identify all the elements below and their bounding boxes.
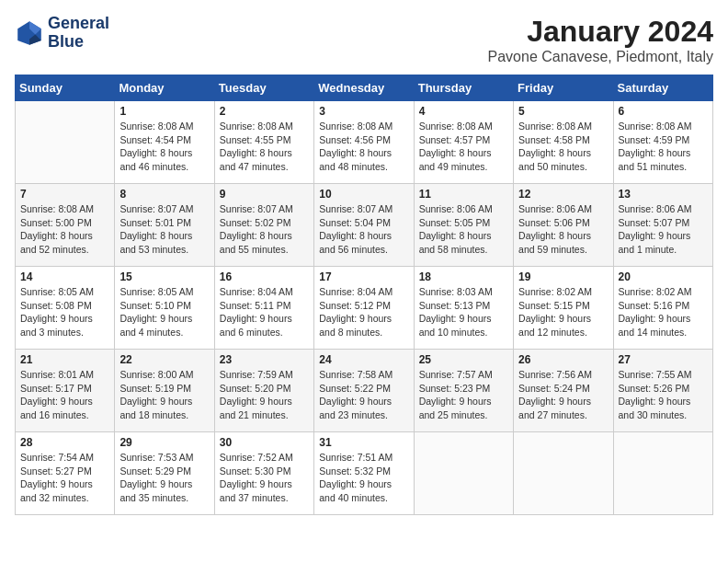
- calendar-cell: [514, 432, 613, 515]
- calendar-cell: 11Sunrise: 8:06 AM Sunset: 5:05 PM Dayli…: [414, 184, 513, 267]
- day-info: Sunrise: 7:59 AM Sunset: 5:20 PM Dayligh…: [220, 368, 309, 422]
- calendar-cell: [414, 432, 513, 515]
- day-number: 21: [20, 353, 109, 366]
- weekday-header-sunday: Sunday: [16, 75, 115, 101]
- day-number: 15: [119, 270, 209, 283]
- day-info: Sunrise: 8:01 AM Sunset: 5:17 PM Dayligh…: [20, 368, 109, 422]
- day-info: Sunrise: 8:07 AM Sunset: 5:01 PM Dayligh…: [119, 202, 209, 257]
- day-number: 3: [319, 105, 408, 118]
- day-number: 31: [319, 436, 408, 449]
- calendar-cell: 26Sunrise: 7:56 AM Sunset: 5:24 PM Dayli…: [514, 350, 613, 432]
- weekday-header-tuesday: Tuesday: [214, 75, 313, 101]
- day-number: 18: [419, 270, 508, 283]
- day-number: 12: [518, 188, 608, 201]
- day-number: 4: [419, 105, 508, 118]
- day-number: 7: [20, 188, 109, 201]
- calendar-cell: 22Sunrise: 8:00 AM Sunset: 5:19 PM Dayli…: [115, 350, 214, 432]
- weekday-header-friday: Friday: [514, 75, 613, 101]
- calendar-week-2: 7Sunrise: 8:08 AM Sunset: 5:00 PM Daylig…: [16, 184, 713, 267]
- day-info: Sunrise: 7:56 AM Sunset: 5:24 PM Dayligh…: [518, 368, 608, 422]
- calendar-cell: 7Sunrise: 8:08 AM Sunset: 5:00 PM Daylig…: [16, 184, 115, 267]
- calendar-cell: [16, 101, 115, 184]
- day-info: Sunrise: 8:02 AM Sunset: 5:15 PM Dayligh…: [518, 285, 608, 339]
- day-number: 10: [319, 188, 408, 201]
- day-number: 1: [119, 105, 209, 118]
- calendar-cell: 13Sunrise: 8:06 AM Sunset: 5:07 PM Dayli…: [613, 184, 712, 267]
- month-year: January 2024: [488, 15, 713, 49]
- calendar-cell: 28Sunrise: 7:54 AM Sunset: 5:27 PM Dayli…: [16, 432, 115, 515]
- calendar-cell: 16Sunrise: 8:04 AM Sunset: 5:11 PM Dayli…: [214, 267, 313, 350]
- calendar-cell: 29Sunrise: 7:53 AM Sunset: 5:29 PM Dayli…: [115, 432, 214, 515]
- day-number: 25: [419, 353, 508, 366]
- calendar-cell: 2Sunrise: 8:08 AM Sunset: 4:55 PM Daylig…: [214, 101, 313, 184]
- day-info: Sunrise: 8:05 AM Sunset: 5:10 PM Dayligh…: [119, 285, 209, 339]
- day-info: Sunrise: 7:57 AM Sunset: 5:23 PM Dayligh…: [419, 368, 508, 422]
- logo-icon: [15, 18, 44, 48]
- logo-text: General Blue: [48, 15, 109, 52]
- day-info: Sunrise: 8:07 AM Sunset: 5:04 PM Dayligh…: [319, 202, 408, 257]
- day-info: Sunrise: 7:51 AM Sunset: 5:32 PM Dayligh…: [319, 451, 408, 505]
- calendar-week-5: 28Sunrise: 7:54 AM Sunset: 5:27 PM Dayli…: [16, 432, 713, 515]
- calendar-week-3: 14Sunrise: 8:05 AM Sunset: 5:08 PM Dayli…: [16, 267, 713, 350]
- day-number: 19: [518, 270, 608, 283]
- day-info: Sunrise: 7:52 AM Sunset: 5:30 PM Dayligh…: [220, 451, 309, 505]
- calendar-cell: 10Sunrise: 8:07 AM Sunset: 5:04 PM Dayli…: [314, 184, 414, 267]
- calendar-cell: 4Sunrise: 8:08 AM Sunset: 4:57 PM Daylig…: [414, 101, 513, 184]
- day-info: Sunrise: 8:00 AM Sunset: 5:19 PM Dayligh…: [119, 368, 209, 422]
- day-number: 14: [20, 270, 109, 283]
- day-info: Sunrise: 8:08 AM Sunset: 5:00 PM Dayligh…: [20, 202, 109, 257]
- calendar-cell: 25Sunrise: 7:57 AM Sunset: 5:23 PM Dayli…: [414, 350, 513, 432]
- location: Pavone Canavese, Piedmont, Italy: [488, 49, 713, 65]
- calendar-cell: 18Sunrise: 8:03 AM Sunset: 5:13 PM Dayli…: [414, 267, 513, 350]
- calendar-cell: 30Sunrise: 7:52 AM Sunset: 5:30 PM Dayli…: [214, 432, 313, 515]
- day-number: 2: [220, 105, 309, 118]
- calendar-cell: 21Sunrise: 8:01 AM Sunset: 5:17 PM Dayli…: [16, 350, 115, 432]
- calendar-cell: 31Sunrise: 7:51 AM Sunset: 5:32 PM Dayli…: [314, 432, 414, 515]
- day-info: Sunrise: 7:55 AM Sunset: 5:26 PM Dayligh…: [619, 368, 708, 422]
- day-number: 6: [619, 105, 708, 118]
- weekday-header-saturday: Saturday: [613, 75, 712, 101]
- day-number: 9: [220, 188, 309, 201]
- calendar-cell: 3Sunrise: 8:08 AM Sunset: 4:56 PM Daylig…: [314, 101, 414, 184]
- day-info: Sunrise: 8:04 AM Sunset: 5:12 PM Dayligh…: [319, 285, 408, 339]
- calendar-cell: 5Sunrise: 8:08 AM Sunset: 4:58 PM Daylig…: [514, 101, 613, 184]
- calendar-cell: 27Sunrise: 7:55 AM Sunset: 5:26 PM Dayli…: [613, 350, 712, 432]
- day-number: 8: [119, 188, 209, 201]
- calendar-cell: 6Sunrise: 8:08 AM Sunset: 4:59 PM Daylig…: [613, 101, 712, 184]
- day-number: 27: [619, 353, 708, 366]
- title-block: January 2024 Pavone Canavese, Piedmont, …: [488, 15, 713, 65]
- weekday-header-row: SundayMondayTuesdayWednesdayThursdayFrid…: [16, 75, 713, 101]
- day-number: 30: [220, 436, 309, 449]
- day-number: 22: [119, 353, 209, 366]
- day-info: Sunrise: 7:58 AM Sunset: 5:22 PM Dayligh…: [319, 368, 408, 422]
- logo: General Blue: [15, 15, 109, 52]
- day-info: Sunrise: 8:06 AM Sunset: 5:06 PM Dayligh…: [518, 202, 608, 257]
- calendar-cell: 12Sunrise: 8:06 AM Sunset: 5:06 PM Dayli…: [514, 184, 613, 267]
- calendar-cell: 17Sunrise: 8:04 AM Sunset: 5:12 PM Dayli…: [314, 267, 414, 350]
- calendar-cell: 1Sunrise: 8:08 AM Sunset: 4:54 PM Daylig…: [115, 101, 214, 184]
- day-number: 23: [220, 353, 309, 366]
- day-info: Sunrise: 8:08 AM Sunset: 4:59 PM Dayligh…: [619, 120, 708, 174]
- day-number: 28: [20, 436, 109, 449]
- day-number: 24: [319, 353, 408, 366]
- day-info: Sunrise: 8:06 AM Sunset: 5:07 PM Dayligh…: [619, 202, 708, 257]
- day-info: Sunrise: 8:06 AM Sunset: 5:05 PM Dayligh…: [419, 202, 508, 257]
- weekday-header-monday: Monday: [115, 75, 214, 101]
- calendar-week-1: 1Sunrise: 8:08 AM Sunset: 4:54 PM Daylig…: [16, 101, 713, 184]
- day-number: 17: [319, 270, 408, 283]
- day-number: 13: [619, 188, 708, 201]
- day-number: 26: [518, 353, 608, 366]
- day-info: Sunrise: 8:08 AM Sunset: 4:55 PM Dayligh…: [220, 120, 309, 174]
- calendar-cell: 24Sunrise: 7:58 AM Sunset: 5:22 PM Dayli…: [314, 350, 414, 432]
- day-info: Sunrise: 8:08 AM Sunset: 4:54 PM Dayligh…: [119, 120, 209, 174]
- weekday-header-thursday: Thursday: [414, 75, 513, 101]
- day-info: Sunrise: 8:07 AM Sunset: 5:02 PM Dayligh…: [220, 202, 309, 257]
- calendar-cell: 9Sunrise: 8:07 AM Sunset: 5:02 PM Daylig…: [214, 184, 313, 267]
- day-info: Sunrise: 8:05 AM Sunset: 5:08 PM Dayligh…: [20, 285, 109, 339]
- day-info: Sunrise: 7:53 AM Sunset: 5:29 PM Dayligh…: [119, 451, 209, 505]
- day-number: 16: [220, 270, 309, 283]
- calendar-table: SundayMondayTuesdayWednesdayThursdayFrid…: [15, 75, 713, 515]
- calendar-cell: 19Sunrise: 8:02 AM Sunset: 5:15 PM Dayli…: [514, 267, 613, 350]
- weekday-header-wednesday: Wednesday: [314, 75, 414, 101]
- day-info: Sunrise: 8:08 AM Sunset: 4:56 PM Dayligh…: [319, 120, 408, 174]
